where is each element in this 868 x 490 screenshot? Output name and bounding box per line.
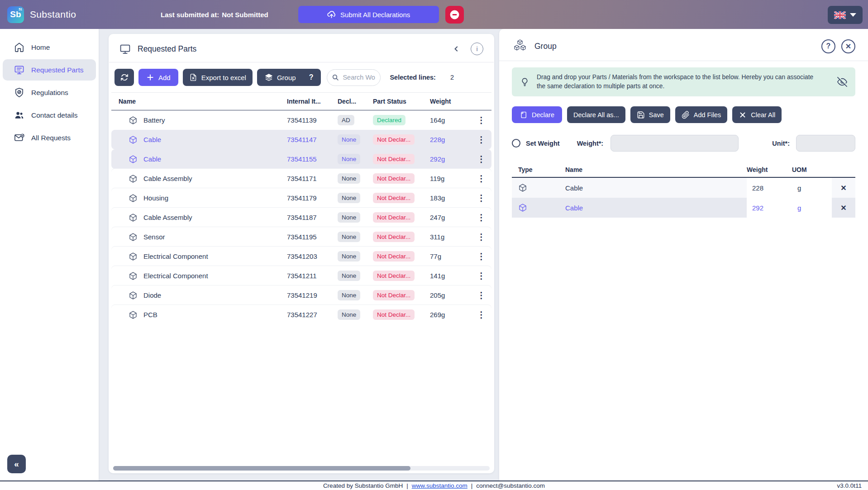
group-table-body: Cable228g✕Cable292g✕ [512,178,855,218]
declare-all-as-button[interactable]: Declare All as... [567,106,625,123]
set-weight-radio[interactable] [512,139,520,147]
table-row[interactable]: Sensor73541195NoneNot Declar...311g⋮ [111,227,491,247]
chevron-left-icon[interactable] [452,44,461,53]
page-title: Requested Parts [138,44,196,54]
declaration-badge: AD [338,115,354,125]
refresh-button[interactable] [114,69,134,86]
weight-editable-cell[interactable]: 228 [747,178,792,198]
row-menu-button[interactable]: ⋮ [472,313,491,317]
uk-flag-icon [834,11,846,19]
cube-icon [129,310,138,319]
row-menu-button[interactable]: ⋮ [472,293,491,298]
internal-item-cell: 73541219 [287,291,338,299]
table-row[interactable]: Housing73541179NoneNot Declar...183g⋮ [111,188,491,208]
panel-close-button[interactable]: ✕ [841,39,855,53]
parts-table-body: Battery73541139ADDeclared164g⋮Cable73541… [111,110,491,324]
table-row[interactable]: Cable73541147NoneNot Declar...228g⋮ [111,130,491,149]
column-header-type: Type [512,166,565,173]
table-row[interactable]: Electrical Component73541211NoneNot Decl… [111,266,491,285]
part-status-badge: Not Declar... [373,154,415,164]
unit-input[interactable] [796,135,855,152]
cube-icon [129,271,138,281]
add-button[interactable]: Add [138,69,178,86]
column-header-name: Name [111,98,287,105]
sidebar: Home Requested Parts Regulations Contact… [0,29,99,480]
internal-item-cell: 73541203 [287,252,338,260]
panel-help-button[interactable]: ? [821,39,835,53]
export-to-excel-button[interactable]: Export to excel [183,69,253,86]
table-row[interactable]: Cable Assembly73541187NoneNot Declar...2… [111,208,491,227]
part-name-cell: Electrical Component [111,252,287,261]
chevron-down-icon [850,13,856,17]
group-help-icon[interactable]: ? [309,73,314,81]
footer-website-link[interactable]: www.substantio.com [412,482,467,489]
part-name: Cable Assembly [143,175,192,182]
row-menu-button[interactable]: ⋮ [472,196,491,200]
eye-off-icon[interactable] [837,77,847,87]
submit-all-declarations-button[interactable]: Submit All Declarations [298,6,439,23]
uom-editable-cell[interactable]: g [792,178,832,198]
table-row[interactable]: Electrical Component73541203NoneNot Decl… [111,247,491,266]
part-status-cell: Not Declar... [373,173,430,184]
group-button[interactable]: Group ? [257,69,321,86]
footer-separator: | [406,482,408,489]
declare-button-label: Declare [532,111,554,119]
part-name-cell: Cable Assembly [111,213,287,222]
name-cell: Cable [565,204,747,212]
table-row[interactable]: Cable73541155NoneNot Declar...292g⋮ [111,149,491,169]
table-row[interactable]: Diode73541219NoneNot Declar...205g⋮ [111,285,491,305]
toolbar: Add Export to excel Group ? Selected lin… [109,62,494,92]
uom-editable-cell[interactable]: g [792,198,832,218]
group-table-row[interactable]: Cable228g✕ [512,178,855,198]
declaration-badge: None [338,290,360,300]
scrollbar-thumb[interactable] [113,466,410,471]
add-files-button[interactable]: Add Files [675,106,727,123]
part-status-cell: Not Declar... [373,232,430,242]
save-button[interactable]: Save [630,106,670,123]
sidebar-item-regulations[interactable]: Regulations [3,82,96,103]
language-selector[interactable] [828,6,863,24]
sidebar-item-contact-details[interactable]: Contact details [3,105,96,126]
x-icon [739,111,747,119]
table-row[interactable]: PCB73541227NoneNot Declar...269g⋮ [111,305,491,324]
clear-all-button[interactable]: Clear All [732,106,782,123]
declare-button[interactable]: Declare [512,106,562,123]
weight-input[interactable] [610,135,739,152]
sidebar-item-all-requests[interactable]: All Requests [3,127,96,148]
sidebar-collapse-button[interactable]: « [7,455,26,473]
save-icon [637,111,645,119]
sidebar-item-home[interactable]: Home [3,37,96,58]
table-row[interactable]: Cable Assembly73541171NoneNot Declar...1… [111,169,491,188]
remove-row-button[interactable]: ✕ [832,184,855,192]
column-header-weight: Weight [430,98,472,105]
sidebar-item-requested-parts[interactable]: Requested Parts [3,59,96,81]
part-status-cell: Not Declar... [373,251,430,262]
group-panel-header: Group ? ✕ [512,29,855,61]
row-menu-button[interactable]: ⋮ [472,274,491,278]
part-status-badge: Not Declar... [373,212,415,223]
row-menu-button[interactable]: ⋮ [472,254,491,259]
row-menu-button[interactable]: ⋮ [472,157,491,162]
part-status-cell: Not Declar... [373,309,430,320]
weight-editable-cell[interactable]: 292 [747,198,792,218]
part-name: PCB [143,311,157,319]
cube-icon [129,135,138,144]
row-menu-button[interactable]: ⋮ [472,118,491,123]
declaration-cell: AD [338,115,373,125]
group-table-row[interactable]: Cable292g✕ [512,198,855,218]
row-menu-button[interactable]: ⋮ [472,138,491,142]
internal-item-cell: 73541227 [287,311,338,319]
info-icon[interactable]: i [471,43,483,55]
parts-table-header: Name Internal It... Decl... Part Status … [111,92,491,110]
horizontal-scrollbar[interactable] [113,466,490,471]
row-menu-button[interactable]: ⋮ [472,215,491,220]
type-cell [512,203,565,212]
app-name: Substantio [30,9,76,20]
table-row[interactable]: Battery73541139ADDeclared164g⋮ [111,110,491,130]
remove-row-button[interactable]: ✕ [832,204,855,212]
weight-field-label: Weight*: [577,140,604,147]
row-menu-button[interactable]: ⋮ [472,235,491,239]
search-icon [332,74,339,81]
row-menu-button[interactable]: ⋮ [472,176,491,181]
block-submission-button[interactable] [445,6,464,24]
